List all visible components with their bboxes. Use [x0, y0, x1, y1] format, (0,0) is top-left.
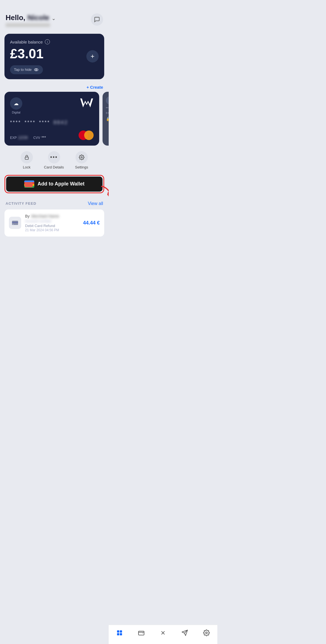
transaction-by-row: By Merchant Name: [25, 214, 79, 218]
create-button[interactable]: + Create: [86, 85, 103, 90]
svg-rect-2: [25, 157, 28, 159]
transaction-amount: 44.44 €: [83, 220, 100, 226]
add-funds-button[interactable]: +: [86, 50, 99, 62]
gear-icon: [79, 155, 84, 160]
card-top-row: ☁ Digital: [10, 97, 94, 114]
cvv-label: CVV: [33, 136, 40, 140]
brand-logo: [80, 97, 94, 108]
create-row: + Create: [0, 84, 109, 92]
cloud-badge: ☁: [10, 97, 22, 110]
card-exp: EXP 12/26: [10, 135, 28, 140]
greeting-text: Hello,: [6, 13, 25, 22]
lock-label: Lock: [23, 165, 30, 169]
debit-card-icon: [11, 219, 19, 226]
card-number-group3: ****: [39, 120, 50, 126]
activity-feed-header: ACTIVITY FEED View all: [0, 199, 109, 209]
svg-rect-6: [12, 222, 18, 223]
svg-point-7: [13, 224, 14, 225]
view-all-button[interactable]: View all: [88, 201, 103, 206]
transaction-icon: [9, 217, 21, 229]
apple-wallet-wrapper: Add to Apple Wallet: [4, 175, 104, 193]
svg-point-0: [34, 69, 38, 71]
settings-label: Settings: [75, 165, 88, 169]
lock-icon: [24, 155, 30, 160]
account-subtext: [6, 23, 50, 27]
add-to-apple-wallet-button[interactable]: Add to Apple Wallet: [6, 177, 103, 192]
transaction-date: 21 Mar 2024 04:56 PM: [25, 228, 79, 232]
card-details-label: Card Details: [44, 165, 64, 169]
transaction-type: Debit Card Refund: [25, 224, 79, 228]
settings-action[interactable]: Settings: [75, 151, 88, 169]
small-cloud-icon: ☁: [106, 96, 109, 105]
transaction-subline: Account number: [25, 219, 79, 223]
exp-value: 12/26: [18, 135, 28, 140]
payment-card-secondary[interactable]: ☁ **** EXP C 🔒: [103, 92, 109, 146]
activity-feed-title: ACTIVITY FEED: [6, 201, 36, 206]
exp-label: EXP: [10, 136, 17, 140]
cloud-icon: ☁: [14, 100, 19, 107]
payment-card-main[interactable]: ☁ Digital **** **** **** 8842 EXP 12/26: [4, 92, 99, 146]
balance-label: Available balance: [10, 40, 43, 44]
tap-to-hide-button[interactable]: Tap to hide: [10, 65, 43, 74]
card-number-row: **** **** **** 8842: [10, 120, 94, 126]
by-label: By: [25, 214, 30, 218]
card-carousel: ☁ Digital **** **** **** 8842 EXP 12/26: [0, 92, 109, 146]
card-number-group1: ****: [10, 120, 21, 126]
cvv-value: ***: [42, 135, 46, 140]
svg-point-1: [36, 69, 37, 70]
small-lock-icon: 🔒: [106, 117, 109, 121]
greeting-row: Hello, Nicole ⌄: [6, 13, 91, 22]
balance-amount: £3.01: [10, 47, 99, 61]
lock-icon-circle: [21, 151, 33, 163]
apple-wallet-label: Add to Apple Wallet: [38, 181, 85, 187]
transaction-name: Merchant Name: [31, 214, 59, 218]
mastercard-logo: [79, 131, 94, 140]
header: Hello, Nicole ⌄: [0, 0, 109, 32]
card-exp-cvv: EXP 12/26 CVV ***: [10, 135, 46, 140]
chevron-down-icon[interactable]: ⌄: [52, 15, 56, 21]
eye-icon: [33, 67, 39, 73]
card-bottom-row: EXP 12/26 CVV ***: [10, 131, 94, 140]
card-type-label: Digital: [12, 111, 21, 114]
w-logo-icon: [80, 97, 94, 108]
greeting-name: Nicole: [28, 13, 49, 22]
dots-icon-circle: •••: [48, 151, 60, 163]
card-number-group4: 8842: [53, 120, 68, 126]
balance-label-row: Available balance i: [10, 39, 99, 44]
card-type-badge: ☁ Digital: [10, 97, 22, 114]
chat-button[interactable]: [91, 13, 103, 26]
card-details-action[interactable]: ••• Card Details: [44, 151, 64, 169]
card-cvv: CVV ***: [33, 135, 46, 140]
info-circle-icon[interactable]: i: [45, 39, 50, 44]
lock-action[interactable]: Lock: [21, 151, 33, 169]
mc-orange-circle: [84, 131, 94, 140]
card-number-group2: ****: [25, 120, 36, 126]
chat-bubble-icon: [94, 16, 100, 23]
header-left: Hello, Nicole ⌄: [6, 13, 91, 27]
small-card-exp: EXP C: [106, 112, 109, 114]
transaction-info: By Merchant Name Account number Debit Ca…: [25, 214, 79, 232]
red-arrow-icon: [99, 184, 109, 199]
balance-card: Available balance i £3.01 + Tap to hide: [4, 34, 104, 79]
tap-hide-label: Tap to hide: [14, 67, 32, 72]
small-card-number: ****: [106, 107, 109, 110]
gear-icon-circle: [76, 151, 88, 163]
card-actions: Lock ••• Card Details Settings: [0, 146, 109, 173]
transaction-item[interactable]: By Merchant Name Account number Debit Ca…: [4, 209, 104, 237]
wallet-icon: [24, 180, 34, 188]
svg-point-3: [81, 156, 82, 158]
